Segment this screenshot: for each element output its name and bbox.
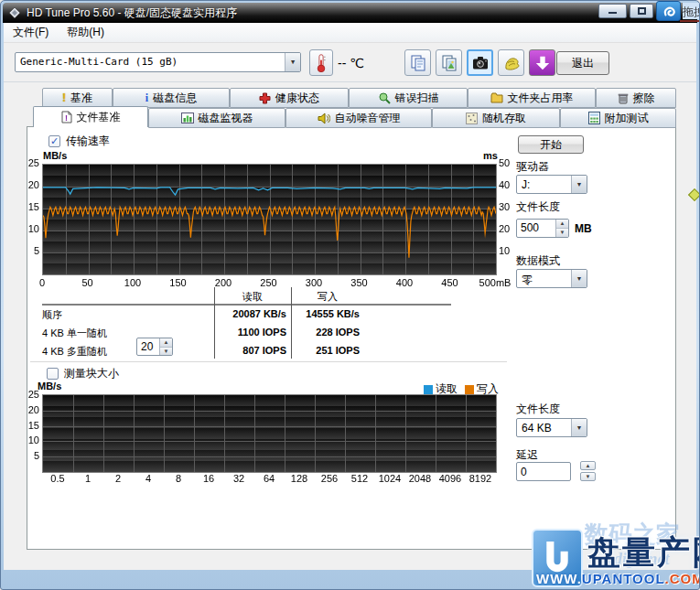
spin-down-icon[interactable]: ▼ <box>160 348 172 356</box>
toolbar-divider <box>4 81 696 82</box>
chevron-down-icon: ▼ <box>571 270 587 287</box>
spinner-arrows[interactable]: ▲▼ <box>555 220 568 237</box>
tab-random-access[interactable]: 随机存取 <box>432 108 560 128</box>
results-write-value: 14555 KB/s <box>294 308 360 319</box>
minimize-icon <box>608 8 617 14</box>
watermark-url-name: UPANTOOL <box>582 571 665 586</box>
disk-monitor-icon <box>181 113 194 123</box>
health-cross-icon <box>259 92 271 104</box>
drive-select[interactable]: Generic-Multi-Card (15 gB) ▼ <box>15 52 301 72</box>
file-length-unit: MB <box>575 222 592 235</box>
results-row-label: 4 KB 单一随机 <box>42 327 107 340</box>
camera-icon <box>471 55 490 71</box>
donate-button[interactable] <box>498 49 524 76</box>
maximize-icon <box>638 7 646 15</box>
temperature-button[interactable] <box>309 49 333 76</box>
tab-label: 擦除 <box>633 91 655 106</box>
tab-health[interactable]: 健康状态 <box>230 88 349 108</box>
svg-text:!: ! <box>65 113 68 123</box>
file-benchmark-icon: ! <box>61 111 72 123</box>
results-col-read: 读取 <box>214 290 291 304</box>
data-mode-value: 零 <box>517 270 571 287</box>
block-size-checkbox[interactable]: 测量块大小 <box>47 366 119 381</box>
tab-disk-info[interactable]: i 磁盘信息 <box>113 88 230 108</box>
legend-read-swatch <box>424 385 433 394</box>
section-divider <box>30 361 507 362</box>
transfer-rate-checkbox[interactable]: ✓ 传输速率 <box>48 134 110 149</box>
tab-disk-monitor[interactable]: 磁盘监视器 <box>148 108 285 128</box>
delay-down-button[interactable]: ▼ <box>580 472 596 481</box>
tab-label: 健康状态 <box>275 91 319 106</box>
results-col-write: 写入 <box>291 290 364 304</box>
tab-label: 文件夹占用率 <box>508 91 574 106</box>
drag-watermark-underline <box>680 20 700 22</box>
folder-usage-icon <box>490 92 503 103</box>
results-write-value: 228 IOPS <box>294 327 360 338</box>
spin-down-icon[interactable]: ▼ <box>556 229 568 237</box>
delay-input[interactable]: 0 <box>516 462 571 481</box>
results-write-value: 251 IOPS <box>294 345 360 356</box>
chevron-down-icon: ▼ <box>285 53 300 71</box>
exit-button[interactable]: 退出 <box>556 51 609 75</box>
download-arrow-icon <box>534 55 551 71</box>
results-row-label: 顺序 <box>42 308 62 322</box>
thermometer-icon <box>314 52 328 74</box>
erase-trash-icon <box>618 92 629 104</box>
tab-auto-acoustic[interactable]: 自动噪音管理 <box>285 108 432 128</box>
tab-label: 附加测试 <box>605 111 649 126</box>
spin-up-icon[interactable]: ▲ <box>160 338 172 348</box>
queue-depth-value: 20 <box>137 338 159 355</box>
minimize-button[interactable] <box>598 4 627 18</box>
menu-item-file[interactable]: 文件(F) <box>4 22 58 43</box>
watermark-url: WWW.UPANTOOL.COM <box>536 571 700 586</box>
file-length-spinner[interactable]: 500 ▲▼ <box>516 219 569 238</box>
temperature-readout: -- ℃ <box>338 56 364 70</box>
tab-file-benchmark[interactable]: ! 文件基准 <box>33 106 148 127</box>
drive-select-value: Generic-Multi-Card (15 gB) <box>16 53 285 71</box>
start-button[interactable]: 开始 <box>518 135 584 154</box>
spinner-arrows[interactable]: ▲▼ <box>159 338 172 355</box>
block-size-checkbox-label: 测量块大小 <box>64 366 119 381</box>
results-read-value: 807 IOPS <box>217 345 286 356</box>
chart2-y-unit: MB/s <box>38 381 61 392</box>
tab-label: 文件基准 <box>77 110 121 125</box>
file-length2-label: 文件长度 <box>516 402 560 417</box>
legend-write-swatch <box>465 385 474 394</box>
app-window: HD Tune Pro 5.60 - 硬盘/固态硬盘实用程序 拖拽 文件(F) … <box>0 0 700 590</box>
copy-text-button[interactable] <box>404 49 431 76</box>
transfer-rate-chart <box>42 164 497 275</box>
data-mode-label: 数据模式 <box>516 253 560 269</box>
file-length2-combo[interactable]: 64 KB ▼ <box>516 418 587 437</box>
tab-folder-usage[interactable]: 文件夹占用率 <box>468 88 596 108</box>
chart1-y-unit-left: MB/s <box>43 150 67 161</box>
maximize-button[interactable] <box>630 4 653 18</box>
drive-combo[interactable]: J: ▼ <box>516 175 587 194</box>
chevron-down-icon: ▼ <box>571 419 587 436</box>
spin-up-icon[interactable]: ▲ <box>556 220 568 229</box>
watermark-site-name: 盘量产网 <box>587 531 700 575</box>
tab-label: 错误扫描 <box>395 91 439 106</box>
tab-extra-tests[interactable]: 附加测试 <box>560 108 676 128</box>
checkbox-unchecked-icon <box>47 368 59 380</box>
benchmark-icon: ! <box>62 91 66 104</box>
tab-benchmark[interactable]: ! 基准 <box>42 88 113 108</box>
queue-depth-spinner[interactable]: 20 ▲▼ <box>136 338 173 356</box>
tab-erase[interactable]: 擦除 <box>596 88 676 108</box>
transfer-rate-checkbox-label: 传输速率 <box>66 134 110 149</box>
disk-info-icon: i <box>145 91 148 105</box>
copy-image-button[interactable] <box>436 49 462 76</box>
results-row-label: 4 KB 多重随机 <box>42 345 107 359</box>
results-divider-1 <box>214 287 215 359</box>
update-button[interactable] <box>529 49 555 76</box>
random-access-icon <box>466 113 478 124</box>
drag-watermark-label: 拖拽 <box>683 3 700 19</box>
tab-label: 基准 <box>70 91 92 106</box>
copy-image-icon <box>440 54 458 72</box>
screenshot-button[interactable] <box>467 49 493 76</box>
data-mode-combo[interactable]: 零 ▼ <box>516 269 587 288</box>
file-length2-value: 64 KB <box>517 419 571 436</box>
menu-item-help[interactable]: 帮助(H) <box>58 22 113 43</box>
tab-error-scan[interactable]: 错误扫描 <box>349 88 468 108</box>
watermark-corner-logo <box>656 1 681 21</box>
delay-up-button[interactable]: ▲ <box>580 461 596 470</box>
